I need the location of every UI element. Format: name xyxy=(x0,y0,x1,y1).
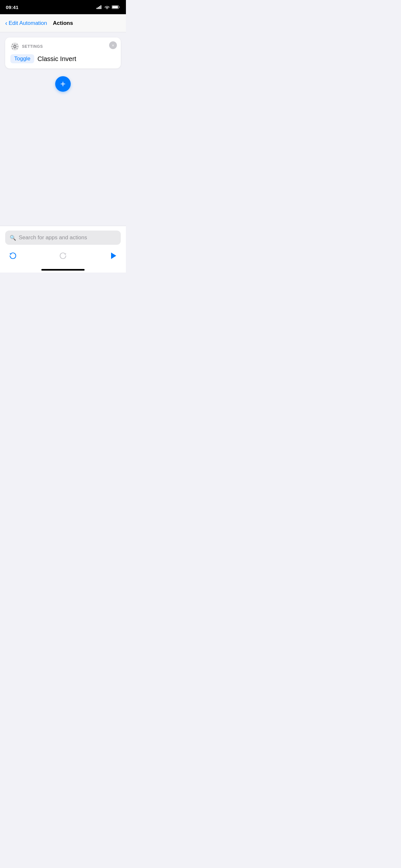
status-icons xyxy=(96,5,120,9)
svg-rect-5 xyxy=(112,6,118,8)
toggle-button[interactable]: Toggle xyxy=(10,54,34,63)
nav-bar: ‹ Edit Automation Actions xyxy=(0,14,126,32)
status-bar: 09:41 xyxy=(0,0,126,14)
undo-button[interactable] xyxy=(6,249,19,262)
undo-icon xyxy=(8,251,18,260)
page-title: Actions xyxy=(53,20,73,27)
action-card-header: SETTINGS xyxy=(10,42,116,51)
settings-icon xyxy=(10,42,19,51)
svg-rect-0 xyxy=(96,8,97,9)
bottom-panel: 🔍 Search for apps and actions xyxy=(0,226,126,273)
redo-icon xyxy=(58,251,67,260)
search-icon: 🔍 xyxy=(10,235,16,241)
svg-rect-6 xyxy=(119,6,120,8)
add-button-container: + xyxy=(5,76,121,92)
back-button[interactable]: ‹ Edit Automation xyxy=(5,20,47,27)
wifi-icon xyxy=(104,5,110,9)
bottom-toolbar xyxy=(5,249,121,269)
back-label: Edit Automation xyxy=(9,20,47,27)
svg-rect-2 xyxy=(99,6,100,9)
play-button[interactable] xyxy=(106,249,120,262)
status-time: 09:41 xyxy=(6,4,19,10)
svg-marker-8 xyxy=(111,252,116,259)
battery-icon xyxy=(112,5,120,9)
signal-icon xyxy=(96,5,102,9)
play-icon xyxy=(109,251,118,260)
add-icon: + xyxy=(60,80,66,89)
svg-rect-3 xyxy=(100,5,101,9)
close-icon: × xyxy=(112,43,114,48)
close-button[interactable]: × xyxy=(109,41,117,49)
main-content: SETTINGS × Toggle Classic Invert + xyxy=(0,32,126,234)
add-action-button[interactable]: + xyxy=(55,76,71,92)
search-placeholder: Search for apps and actions xyxy=(19,235,87,241)
action-text: Classic Invert xyxy=(37,55,76,63)
action-card: SETTINGS × Toggle Classic Invert xyxy=(5,37,121,68)
action-body: Toggle Classic Invert xyxy=(10,54,116,63)
back-chevron-icon: ‹ xyxy=(5,20,7,26)
home-indicator xyxy=(41,269,85,271)
svg-rect-1 xyxy=(98,7,99,9)
redo-button[interactable] xyxy=(57,249,69,262)
settings-label: SETTINGS xyxy=(22,44,43,49)
search-bar[interactable]: 🔍 Search for apps and actions xyxy=(5,230,121,245)
